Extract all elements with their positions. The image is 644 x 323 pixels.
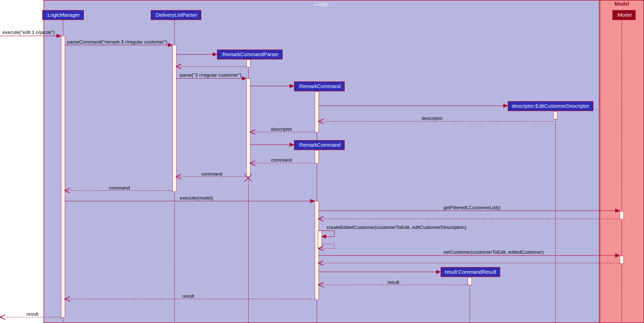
- activation-remark-command-3: [315, 201, 319, 300]
- msg-result-3: result: [27, 311, 38, 317]
- msg-create-edited: createEditedCustomer(customerToEdit, edi…: [327, 225, 466, 230]
- logic-frame-label: Logic: [312, 1, 331, 7]
- msg-execute-edit: execute("edit 1 n/jacob"): [3, 30, 55, 35]
- participant-logic-manager: :LogicManager: [42, 10, 84, 20]
- msg-parse: parse("3 r/regular customer"): [180, 72, 242, 78]
- participant-delivery-list-parser: :DeliveryListParser: [151, 10, 201, 20]
- model-frame-label: Model: [612, 1, 632, 7]
- activation-delivery-list-parser: [172, 45, 177, 192]
- activation-remark-command-parser-1: [246, 59, 250, 68]
- activation-model-1: [620, 211, 624, 219]
- lifeline-model: [621, 20, 622, 321]
- msg-result-2: result: [182, 293, 194, 299]
- participant-edit-customer-descriptor: descriptor:EditCustomerDescriptor: [508, 101, 593, 111]
- activation-remark-command-parser-2: [246, 78, 250, 177]
- activation-remark-command-self: [318, 231, 322, 248]
- msg-command-2: command: [201, 171, 222, 177]
- participant-remark-command-parser: :RemarkCommandParser: [217, 50, 283, 59]
- participant-remark-command-1: :RemarkCommand: [294, 81, 345, 91]
- lifeline-edit-customer-descriptor: [555, 111, 556, 322]
- participant-command-result: result:CommandResult: [441, 267, 500, 277]
- participant-remark-command-2: :RemarkCommand: [294, 140, 345, 150]
- activation-remark-command-1: [315, 92, 319, 133]
- msg-get-filtered: getFilteredLCustomerList(): [443, 205, 500, 210]
- activation-command-result: [468, 277, 472, 285]
- msg-command-3: command: [109, 185, 130, 191]
- msg-result-1: result: [387, 279, 399, 285]
- msg-set-customer: setCustomer(customerToEdit, editedCustom…: [443, 249, 544, 255]
- activation-edit-customer-descriptor: [553, 111, 557, 119]
- msg-command-1: command: [271, 157, 292, 163]
- msg-parse-command: parseCommand("remark 3 r/regular custome…: [67, 39, 167, 45]
- activation-logic-manager: [61, 36, 65, 318]
- activation-remark-command-2: [315, 150, 319, 163]
- msg-descriptor-1: descriptor: [422, 116, 443, 121]
- msg-execute-model: execute(model): [180, 195, 213, 201]
- msg-descriptor-2: descriptor: [271, 126, 292, 132]
- logic-frame: Logic: [44, 0, 599, 323]
- activation-model-2: [620, 256, 624, 264]
- participant-model: :Model: [612, 10, 636, 20]
